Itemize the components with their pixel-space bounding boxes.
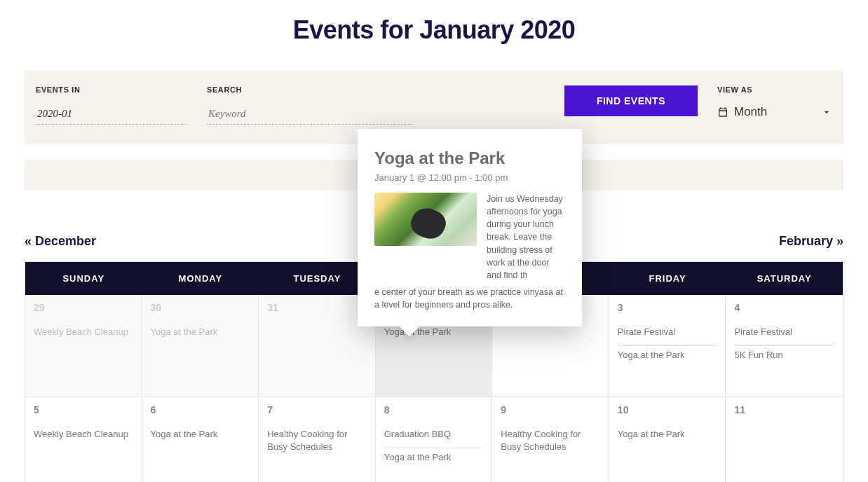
events-in-label: EVENTS IN xyxy=(36,85,187,94)
calendar-event[interactable]: Healthy Cooking for Busy Schedules xyxy=(501,425,600,460)
weekday-header: SUNDAY xyxy=(25,262,142,295)
calendar-cell[interactable]: 4Pirate Festival5K Fun Run xyxy=(726,295,843,397)
popover-date: January 1 @ 12:00 pm - 1:00 pm xyxy=(374,172,565,183)
view-as-select[interactable]: Month xyxy=(717,105,832,119)
day-number: 31 xyxy=(267,302,367,313)
view-as-value: Month xyxy=(734,105,815,119)
day-number: 5 xyxy=(34,404,133,415)
calendar-cell[interactable]: 6Yoga at the Park xyxy=(142,397,259,482)
weekday-header: MONDAY xyxy=(142,262,259,295)
next-month-link[interactable]: February » xyxy=(779,234,843,249)
day-number: 30 xyxy=(151,302,250,313)
calendar-event[interactable]: Graduation BBQ xyxy=(384,425,484,448)
calendar-cell[interactable]: 30Yoga at the Park xyxy=(142,295,259,397)
day-number: 10 xyxy=(618,404,717,415)
weekday-header: FRIDAY xyxy=(609,262,726,295)
calendar-cell[interactable]: 11 xyxy=(726,397,843,482)
popover-title[interactable]: Yoga at the Park xyxy=(374,149,565,168)
event-popover: Yoga at the Park January 1 @ 12:00 pm - … xyxy=(358,129,582,326)
calendar-event[interactable]: Weekly Beach Cleanup xyxy=(34,425,133,448)
search-input[interactable] xyxy=(207,105,413,125)
calendar-cell[interactable]: 3Pirate FestivalYoga at the Park xyxy=(609,295,726,397)
calendar-event[interactable]: Yoga at the Park xyxy=(384,448,484,471)
popover-image xyxy=(374,193,477,246)
calendar-event[interactable]: Pirate Festival xyxy=(734,323,834,346)
calendar-event[interactable]: Yoga at the Park xyxy=(151,425,250,448)
find-events-button[interactable]: FIND EVENTS xyxy=(564,85,698,116)
day-number: 6 xyxy=(151,404,250,415)
calendar-event[interactable]: Yoga at the Park xyxy=(618,346,717,369)
day-number: 4 xyxy=(734,302,834,313)
search-label: SEARCH xyxy=(207,85,413,94)
calendar-event[interactable]: Pirate Festival xyxy=(618,323,717,346)
calendar-icon xyxy=(717,106,728,118)
calendar-cell[interactable]: 8Graduation BBQYoga at the Park xyxy=(376,397,493,482)
calendar-cell[interactable]: 29Weekly Beach Cleanup xyxy=(25,295,142,397)
view-as-label: VIEW AS xyxy=(717,85,832,94)
day-number: 8 xyxy=(384,404,484,415)
day-number: 11 xyxy=(734,404,834,415)
day-number: 9 xyxy=(501,404,600,415)
calendar-event[interactable]: Yoga at the Park xyxy=(151,323,250,345)
day-number: 29 xyxy=(34,302,133,313)
prev-month-link[interactable]: « December xyxy=(25,234,96,249)
calendar-cell[interactable]: 9Healthy Cooking for Busy Schedules xyxy=(492,397,609,482)
calendar-event[interactable]: Healthy Cooking for Busy Schedules xyxy=(267,425,367,460)
page-title: Events for January 2020 xyxy=(25,15,843,45)
chevron-down-icon xyxy=(821,106,832,118)
events-in-input[interactable] xyxy=(36,105,187,125)
calendar-event[interactable]: Weekly Beach Cleanup xyxy=(34,323,133,345)
day-number: 3 xyxy=(618,302,717,313)
weekday-header: SATURDAY xyxy=(726,262,843,295)
calendar-event[interactable]: 5K Fun Run xyxy=(734,346,834,369)
popover-description-cont: e center of your breath as we practice v… xyxy=(374,286,565,311)
calendar-cell[interactable]: 10Yoga at the Park xyxy=(609,397,726,482)
calendar-cell[interactable]: 7Healthy Cooking for Busy Schedules xyxy=(259,397,376,482)
calendar-cell[interactable]: 5Weekly Beach Cleanup xyxy=(25,397,142,482)
day-number: 7 xyxy=(267,404,367,415)
calendar-event[interactable]: Yoga at the Park xyxy=(618,425,717,448)
popover-description: Join us Wednesday afternoons for yoga du… xyxy=(487,193,565,282)
